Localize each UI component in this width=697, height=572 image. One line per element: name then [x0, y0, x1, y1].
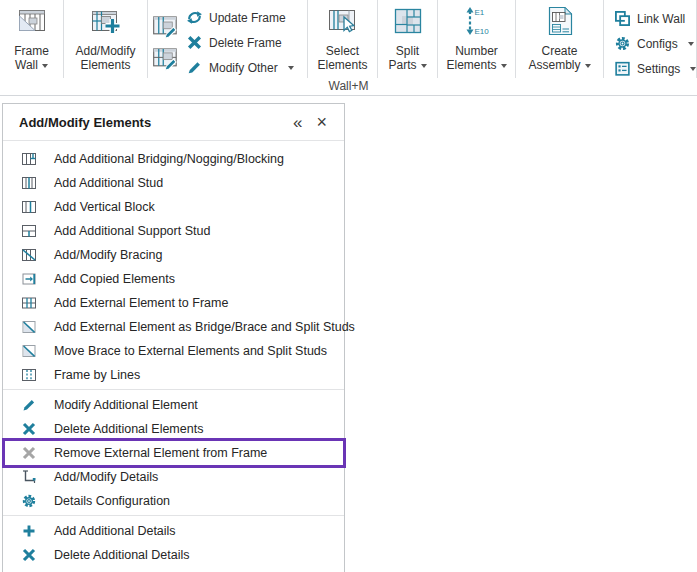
- diagonal-brace-icon: [21, 319, 37, 335]
- create-assembly-icon: [543, 5, 577, 41]
- details-dimension-icon: [21, 469, 37, 485]
- remove-x-gray-icon: [21, 445, 37, 461]
- bridging-frame-icon: [21, 151, 37, 167]
- menu-item-label: Add Copied Elements: [54, 272, 175, 286]
- dropdown-arrow-icon: [421, 64, 427, 68]
- menu-item-label: Add/Modify Details: [54, 470, 158, 484]
- link-wall-button[interactable]: Link Wall: [614, 6, 696, 31]
- menu-item-add-modify-bracing[interactable]: Add/Modify Bracing: [3, 243, 344, 267]
- menu-item-add-support-stud[interactable]: Add Additional Support Stud: [3, 219, 344, 243]
- menu-item-label: Add Additional Stud: [54, 176, 163, 190]
- settings-icon: [614, 60, 631, 77]
- menu-item-delete-additional-elements[interactable]: Delete Additional Elements: [3, 417, 344, 441]
- menu-item-add-external-element[interactable]: Add External Element to Frame: [3, 291, 344, 315]
- collapse-panel-button[interactable]: «: [286, 112, 309, 133]
- delete-frame-icon: [186, 34, 203, 51]
- dropdown-arrow-icon: [585, 64, 591, 68]
- frame-wall-button[interactable]: Frame Wall: [4, 5, 59, 78]
- select-elements-icon: [326, 5, 360, 41]
- update-frame-label: Update Frame: [209, 11, 286, 25]
- menu-item-add-external-bridge-brace[interactable]: Add External Element as Bridge/Brace and…: [3, 315, 344, 339]
- frame-by-lines-icon: [21, 367, 37, 383]
- menu-item-label: Add/Modify Bracing: [54, 248, 162, 262]
- update-frame-icon: [186, 9, 203, 26]
- menu-item-add-copied-elements[interactable]: Add Copied Elements: [3, 267, 344, 291]
- settings-label: Settings: [637, 62, 680, 76]
- menu-item-label: Add Vertical Block: [54, 200, 155, 214]
- menu-separator: [3, 389, 344, 390]
- support-stud-icon: [21, 223, 37, 239]
- menu-item-add-stud[interactable]: Add Additional Stud: [3, 171, 344, 195]
- plus-icon: [21, 523, 37, 539]
- panel-menu: Add Additional Bridging/Nogging/Blocking…: [3, 141, 344, 572]
- bracing-icon: [21, 247, 37, 263]
- menu-separator: [3, 515, 344, 516]
- number-elements-icon: E1 E10: [460, 5, 494, 41]
- modify-other-button[interactable]: Modify Other: [186, 55, 294, 80]
- copied-elements-icon: [21, 271, 37, 287]
- dropdown-arrow-icon: [501, 64, 507, 68]
- dropdown-arrow-icon: [688, 42, 694, 46]
- update-frame-button[interactable]: Update Frame: [186, 5, 294, 30]
- split-parts-label: Split Parts: [388, 44, 419, 72]
- pencil-icon: [21, 397, 37, 413]
- menu-item-label: Move Brace to External Elements and Spli…: [54, 344, 327, 358]
- dropdown-arrow-icon: [42, 64, 48, 68]
- ribbon-panel: Frame Wall Add/Modify Elements: [0, 0, 697, 96]
- select-elements-button[interactable]: Select Elements: [312, 5, 373, 78]
- add-modify-elements-button[interactable]: Add/Modify Elements: [71, 5, 141, 78]
- select-elements-label: Select Elements: [317, 44, 367, 72]
- gear-icon: [21, 493, 37, 509]
- settings-button[interactable]: Settings: [614, 56, 696, 81]
- link-wall-icon: [614, 10, 631, 27]
- add-modify-elements-panel: Add/Modify Elements « × Add Additional B…: [2, 103, 345, 572]
- split-parts-button[interactable]: Split Parts: [382, 5, 433, 78]
- menu-item-label: Delete Additional Details: [54, 548, 190, 562]
- delete-frame-button[interactable]: Delete Frame: [186, 30, 294, 55]
- add-modify-elements-label: Add/Modify Elements: [75, 44, 135, 72]
- create-assembly-label: Create Assembly: [528, 44, 580, 72]
- menu-item-modify-additional-element[interactable]: Modify Additional Element: [3, 393, 344, 417]
- svg-text:E10: E10: [474, 27, 489, 36]
- number-elements-button[interactable]: E1 E10 Number Elements: [442, 5, 511, 78]
- menu-item-frame-by-lines[interactable]: Frame by Lines: [3, 363, 344, 387]
- delete-x-icon: [21, 547, 37, 563]
- panel-title: Add/Modify Elements: [19, 115, 286, 130]
- create-assembly-button[interactable]: Create Assembly: [525, 5, 595, 78]
- menu-item-add-vertical-block[interactable]: Add Vertical Block: [3, 195, 344, 219]
- number-elements-label: Number Elements: [446, 44, 497, 72]
- menu-item-label: Add Additional Details: [54, 524, 176, 538]
- menu-item-label: Add External Element as Bridge/Brace and…: [54, 320, 355, 334]
- vertical-block-icon: [21, 199, 37, 215]
- menu-item-add-bridging[interactable]: Add Additional Bridging/Nogging/Blocking: [3, 147, 344, 171]
- svg-text:E1: E1: [474, 8, 484, 17]
- menu-item-label: Add External Element to Frame: [54, 296, 228, 310]
- modify-frame-bottom-button[interactable]: [152, 45, 179, 72]
- menu-item-delete-additional-details[interactable]: Delete Additional Details: [3, 543, 344, 567]
- dropdown-arrow-icon: [288, 66, 294, 70]
- menu-item-add-additional-details[interactable]: Add Additional Details: [3, 519, 344, 543]
- delete-frame-label: Delete Frame: [209, 36, 282, 50]
- modify-other-pencil-icon: [186, 59, 203, 76]
- configs-button[interactable]: Configs: [614, 31, 696, 56]
- menu-item-label: Add Additional Bridging/Nogging/Blocking: [54, 152, 284, 166]
- menu-item-label: Details Configuration: [54, 494, 170, 508]
- menu-item-label: Frame by Lines: [54, 368, 140, 382]
- menu-item-move-brace[interactable]: Move Brace to External Elements and Spli…: [3, 339, 344, 363]
- stud-frame-icon: [21, 175, 37, 191]
- external-element-grid-icon: [21, 295, 37, 311]
- frame-wall-icon: [15, 5, 49, 41]
- diagonal-brace-icon: [21, 343, 37, 359]
- menu-item-label: Modify Additional Element: [54, 398, 198, 412]
- configs-gear-icon: [614, 35, 631, 52]
- menu-item-label: Remove External Element from Frame: [54, 446, 267, 460]
- modify-other-label: Modify Other: [209, 61, 278, 75]
- menu-item-details-configuration[interactable]: Details Configuration: [3, 489, 344, 513]
- ribbon-panel-label: Wall+M: [0, 79, 697, 93]
- menu-item-label: Add Additional Support Stud: [54, 224, 210, 238]
- configs-label: Configs: [637, 37, 678, 51]
- menu-item-remove-external-element[interactable]: Remove External Element from Frame: [3, 441, 344, 465]
- modify-frame-top-button[interactable]: [152, 13, 179, 40]
- close-panel-button[interactable]: ×: [309, 112, 334, 133]
- menu-item-add-modify-details[interactable]: Add/Modify Details: [3, 465, 344, 489]
